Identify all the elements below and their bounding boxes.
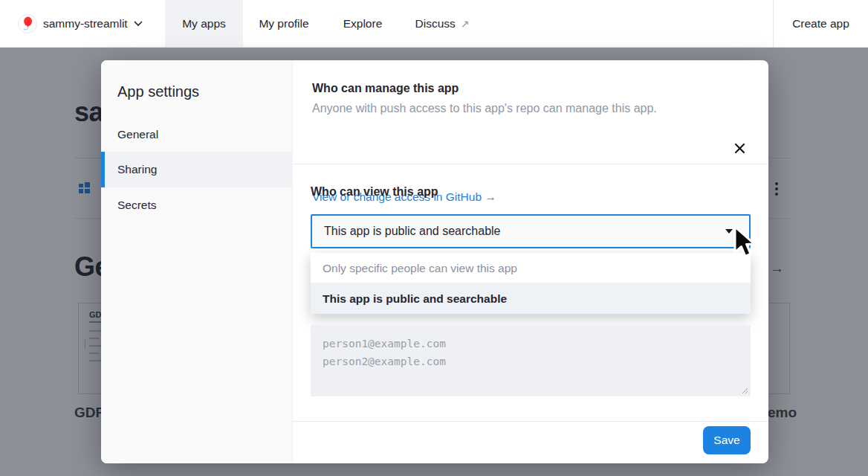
app-settings-modal: App settings General Sharing Secrets Who… [101, 60, 768, 463]
tab-my-apps[interactable]: My apps [165, 0, 243, 47]
create-app-label: Create app [792, 17, 849, 30]
caret-down-icon [725, 229, 733, 234]
tab-explore-label: Explore [343, 17, 383, 30]
settings-sidebar: App settings General Sharing Secrets [101, 60, 293, 463]
top-navbar: sammy-streamlit My apps My profile Explo… [0, 0, 868, 48]
sidebar-item-secrets-label: Secrets [117, 199, 157, 211]
workspace-name: sammy-streamlit [43, 17, 128, 30]
close-button[interactable] [728, 137, 751, 159]
tab-my-profile-label: My profile [259, 17, 308, 30]
viewer-access-dropdown: Only specific people can view this app T… [311, 253, 751, 314]
sidebar-item-secrets[interactable]: Secrets [101, 187, 293, 223]
mouse-cursor [733, 225, 758, 260]
textarea-resize-handle[interactable] [742, 387, 748, 394]
viewer-access-select[interactable]: This app is public and searchable [311, 214, 751, 248]
arrow-right-icon: → [485, 190, 496, 203]
manage-section-heading: Who can manage this app [312, 82, 459, 95]
tab-discuss-label: Discuss [415, 17, 456, 30]
close-icon [734, 143, 745, 154]
tab-discuss[interactable]: Discuss ↗ [401, 0, 484, 47]
sharing-panel: Who can manage this app Anyone with push… [293, 60, 768, 463]
dropdown-option-specific-people-label: Only specific people can view this app [323, 262, 517, 274]
dropdown-option-public-searchable-label: This app is public and searchable [323, 292, 507, 305]
tab-my-profile[interactable]: My profile [243, 0, 325, 47]
tab-my-apps-label: My apps [182, 17, 226, 30]
tab-explore[interactable]: Explore [325, 0, 401, 47]
settings-title: App settings [117, 83, 199, 100]
streamlit-balloon-avatar [18, 14, 37, 33]
section-divider [293, 164, 768, 164]
sidebar-item-general[interactable]: General [101, 117, 293, 152]
dropdown-option-public-searchable[interactable]: This app is public and searchable [311, 283, 751, 314]
footer-divider [293, 421, 768, 422]
manage-section-description: Anyone with push access to this app's re… [312, 102, 657, 115]
view-section-heading: Who can view this app [311, 185, 438, 199]
external-link-icon: ↗ [461, 18, 470, 30]
sidebar-item-sharing-label: Sharing [117, 163, 157, 176]
workspace-switcher[interactable]: sammy-streamlit [18, 0, 143, 47]
chevron-down-icon [134, 21, 143, 27]
viewer-emails-textarea[interactable] [311, 325, 751, 396]
sidebar-item-sharing[interactable]: Sharing [101, 152, 293, 187]
viewer-access-select-value: This app is public and searchable [324, 225, 725, 238]
dropdown-option-specific-people[interactable]: Only specific people can view this app [311, 253, 751, 283]
sidebar-item-general-label: General [117, 128, 158, 141]
save-button[interactable]: Save [703, 426, 751, 454]
create-app-button[interactable]: Create app [774, 0, 868, 47]
